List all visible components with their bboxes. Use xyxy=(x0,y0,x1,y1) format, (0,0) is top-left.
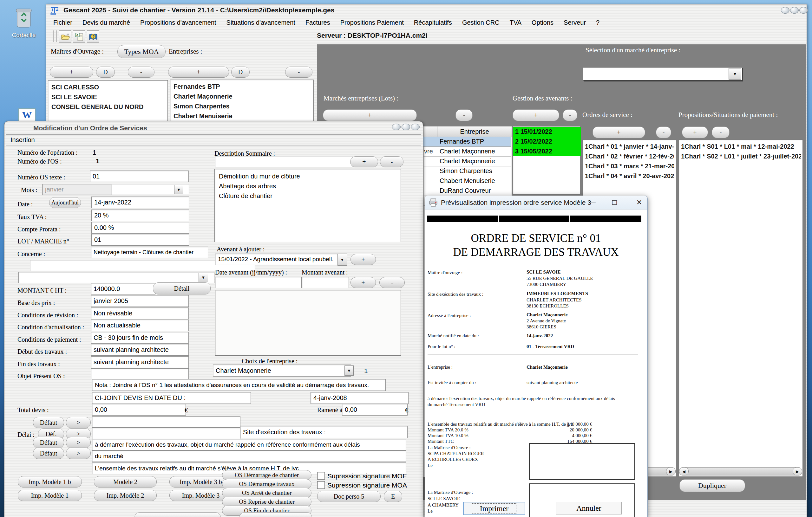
doc-value: 14-janv-2022 xyxy=(526,333,553,338)
doc-paragraph: à démarrer l'exécution des travaux, obje… xyxy=(428,396,615,401)
doc-value: suivant planning architecte xyxy=(526,380,578,386)
doc-label: Adressé à l'entreprise : xyxy=(428,313,471,318)
toolbar-black-bar xyxy=(570,216,641,222)
doc-label: Maître d'ouvrage : xyxy=(428,270,462,275)
doc-amount-value: 4 000,00 € xyxy=(523,433,592,438)
doc-paragraph: du marché Terrassement VRD xyxy=(428,402,485,407)
doc-value: 38130 ECHIROLLES xyxy=(526,303,569,309)
doc-value: SCI LE SAVOIE xyxy=(526,269,561,275)
doc-value: 2 Avenue de Vignate xyxy=(526,318,566,324)
minimize-icon[interactable]: — xyxy=(589,199,596,207)
doc-moa-label: La Maîtrise d'Ouvrage : xyxy=(428,490,473,495)
doc-label: Site d'exécution des travaux : xyxy=(428,292,484,297)
doc-label: Pour le lot n° : xyxy=(428,344,456,349)
doc-divider xyxy=(428,354,638,355)
doc-value: 55 RUE GENERAL DE GAULLE xyxy=(526,276,593,281)
doc-heading-2: DE DEMARRAGE DES TRAVAUX xyxy=(425,246,647,258)
print-preview-window: Prévisualisation impression ordre servic… xyxy=(0,0,812,517)
toolbar-black-bar xyxy=(427,216,498,222)
doc-label: L'entreprise : xyxy=(428,365,453,370)
doc-value: IMMEUBLES LOGEMENTS xyxy=(526,291,588,296)
doc-amount-value: 140 000,00 € xyxy=(523,422,592,427)
doc-value: 01 - Terrassement VRD xyxy=(526,344,574,349)
doc-moe-line: Le xyxy=(428,463,433,468)
moe-signature-box xyxy=(529,443,635,480)
doc-amount-value: 20 000,00 € xyxy=(523,427,592,433)
annuler-button[interactable]: Annuler xyxy=(556,502,622,514)
doc-value: 73000 CHAMBERY xyxy=(526,282,566,287)
doc-moa-line: SCI LE SAVOIE xyxy=(428,496,460,501)
doc-amount-label: Montant TVA 20.0 % xyxy=(428,427,468,433)
doc-value: CHARLET ARCHITECTES xyxy=(526,297,581,303)
close-icon[interactable]: ✕ xyxy=(636,199,642,207)
preview-title: Prévisualisation impression ordre servic… xyxy=(441,199,591,206)
doc-value: 38610 GIERES xyxy=(526,324,556,330)
doc-moe-label: La Maîtrise d'Oeuvre : xyxy=(428,445,471,450)
doc-heading-1: ORDRE DE SERVICE n° 01 xyxy=(425,232,647,245)
screen: Corbeille W Gescant 2025 - Suivi de chan… xyxy=(0,0,812,517)
doc-amount-label: Montant TVA 10.0 % xyxy=(428,433,468,438)
doc-moa-line: A CHAMBERY xyxy=(428,503,459,508)
doc-moe-line: A ECHIROLLES CEDEX xyxy=(428,457,478,462)
maximize-icon[interactable]: □ xyxy=(612,198,617,207)
doc-value: Charlet Maçonnerie xyxy=(526,365,568,370)
printer-icon xyxy=(429,198,438,207)
doc-amount-label: Montant TTC xyxy=(428,439,454,444)
doc-label: Marché notifié en date du : xyxy=(428,333,479,338)
doc-label: Est invitée à compter du : xyxy=(428,380,476,386)
doc-moe-line: SCPA CHATELAIN ROGER xyxy=(428,451,484,456)
doc-value: Charlet Maçonnerie xyxy=(526,312,568,317)
imprimer-button[interactable]: Imprimer xyxy=(463,502,525,515)
doc-moa-line: Le xyxy=(428,509,433,514)
toolbar-black-bar xyxy=(499,216,569,222)
